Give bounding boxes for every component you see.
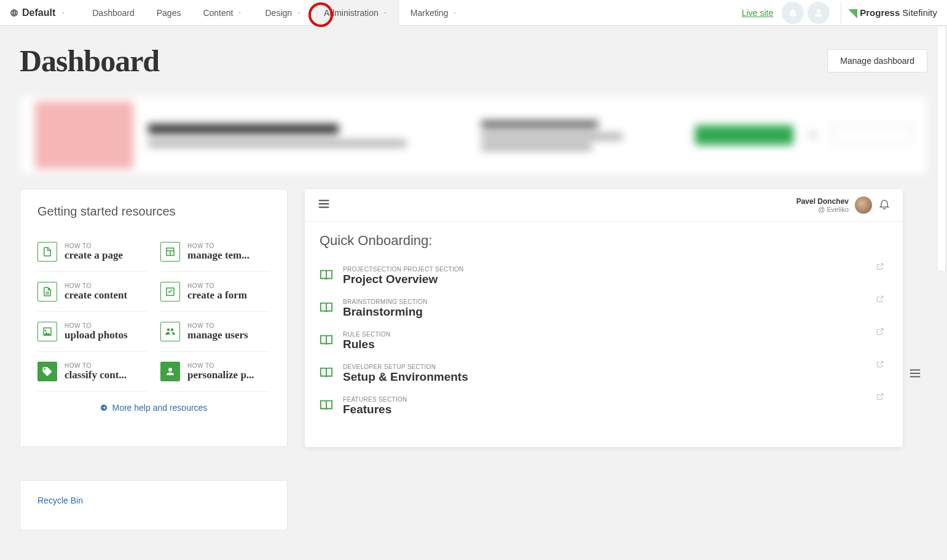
live-site-link[interactable]: Live site [742,8,773,18]
hamburger-icon [317,197,331,211]
bell-icon [878,198,890,210]
profile-button[interactable] [808,2,830,24]
person-icon [160,362,180,381]
doc-icon [37,282,57,301]
nav-item-design[interactable]: Design [254,0,313,26]
gs-item-title: create a page [65,249,123,262]
howto-label: HOW TO [65,322,128,329]
gs-item-title: personalize p... [187,369,254,381]
gs-item-title: manage tem... [187,249,250,262]
more-help-link[interactable]: More help and resources [37,392,270,413]
check-icon [160,282,180,301]
section-label: DEVELOPER SETUP SECTION [343,364,468,370]
bell-icon [787,7,798,18]
hamburger-icon [908,367,922,380]
book-icon [320,268,333,284]
nav-item-administration[interactable]: Administration [313,0,399,26]
scrollbar[interactable] [936,26,947,560]
recycle-bin-card: Recycle Bin [20,480,288,531]
howto-label: HOW TO [65,282,127,289]
external-link-icon[interactable] [876,295,884,306]
main-content: Getting started resources HOW TOcreate a… [0,179,947,457]
site-selector[interactable]: Default [10,7,66,18]
onboarding-item[interactable]: PROJECTSECTION PROJECT SECTIONProject Ov… [320,260,888,292]
section-label: RULE SECTION [343,331,391,338]
section-label: PROJECTSECTION PROJECT SECTION [343,266,464,273]
side-menu-toggle[interactable] [903,189,927,447]
chevron-down-icon [452,10,458,16]
external-link-icon[interactable] [876,262,884,273]
gs-item-title: create content [65,289,127,301]
book-icon [320,301,333,317]
manage-dashboard-button[interactable]: Manage dashboard [827,49,927,72]
file-icon [37,242,57,262]
gs-item[interactable]: HOW TOpersonalize p... [160,352,270,392]
item-title: Rules [343,338,391,351]
top-nav: Default DashboardPagesContentDesignAdmin… [0,0,947,26]
nav-item-content[interactable]: Content [192,0,254,26]
external-link-icon[interactable] [876,360,884,371]
book-icon [320,399,333,414]
howto-label: HOW TO [187,243,250,249]
page-title: Dashboard [20,43,159,79]
howto-label: HOW TO [65,362,127,369]
gs-item[interactable]: HOW TOcreate a form [160,272,270,312]
image-icon [37,322,57,341]
onboarding-item[interactable]: BRAINSTORMING SECTIONBrainstorming [320,292,888,325]
getting-started-card: Getting started resources HOW TOcreate a… [20,189,288,447]
gs-item[interactable]: HOW TOcreate content [37,272,147,312]
book-icon [320,366,333,382]
onboarding-widget: Pavel Donchev @ Eveliko Quick Onboarding… [305,189,903,447]
book-icon [320,333,333,349]
chevron-down-icon [382,10,388,16]
gs-item[interactable]: HOW TOcreate a page [37,232,147,272]
globe-icon [10,9,18,17]
onboarding-header: Pavel Donchev @ Eveliko [305,189,903,222]
getting-started-heading: Getting started resources [37,204,270,219]
howto-label: HOW TO [187,362,254,369]
onboarding-bell-button[interactable] [878,198,890,212]
user-name: Pavel Donchev [796,197,849,206]
user-handle: @ Eveliko [796,206,849,213]
users-icon [160,322,180,341]
layout-icon [160,242,180,262]
gs-item-title: create a form [187,289,247,301]
external-link-icon[interactable] [876,392,884,403]
onboarding-heading: Quick Onboarding: [320,233,888,249]
nav-item-pages[interactable]: Pages [146,0,192,26]
nav-item-marketing[interactable]: Marketing [399,0,469,26]
brand-logo: ◥ Progress Sitefinity [849,6,937,20]
progress-logo-icon: ◥ [849,6,857,20]
nav-items: DashboardPagesContentDesignAdministratio… [81,0,469,26]
menu-button[interactable] [317,197,331,213]
item-title: Project Overview [343,273,464,286]
section-label: BRAINSTORMING SECTION [343,298,428,305]
howto-label: HOW TO [187,322,248,329]
chevron-down-icon [296,10,302,16]
notifications-button[interactable] [782,2,804,24]
gs-item[interactable]: HOW TOupload photos [37,312,147,352]
onboarding-user[interactable]: Pavel Donchev @ Eveliko [796,196,890,214]
arrow-right-circle-icon [100,404,108,411]
recycle-bin-link[interactable]: Recycle Bin [37,496,270,505]
external-link-icon[interactable] [876,327,884,338]
notification-banner-blurred: ✕ [20,96,927,174]
gs-item[interactable]: HOW TOmanage tem... [160,232,270,272]
section-label: FEATURES SECTION [343,396,407,403]
tag-icon [37,362,57,381]
item-title: Brainstorming [343,305,428,319]
chevron-down-icon [60,10,66,16]
gs-item[interactable]: HOW TOmanage users [160,312,270,352]
scrollbar-thumb[interactable] [937,26,946,271]
item-title: Features [343,403,407,416]
gs-item-title: classify cont... [65,369,127,381]
onboarding-item[interactable]: RULE SECTIONRules [320,325,888,357]
howto-label: HOW TO [65,243,123,249]
onboarding-item[interactable]: FEATURES SECTIONFeatures [320,390,888,422]
onboarding-item[interactable]: DEVELOPER SETUP SECTIONSetup & Environme… [320,357,888,390]
howto-label: HOW TO [187,282,247,289]
gs-item-title: manage users [187,329,248,341]
nav-item-dashboard[interactable]: Dashboard [81,0,146,26]
gs-item[interactable]: HOW TOclassify cont... [37,352,147,392]
user-icon [813,7,824,18]
